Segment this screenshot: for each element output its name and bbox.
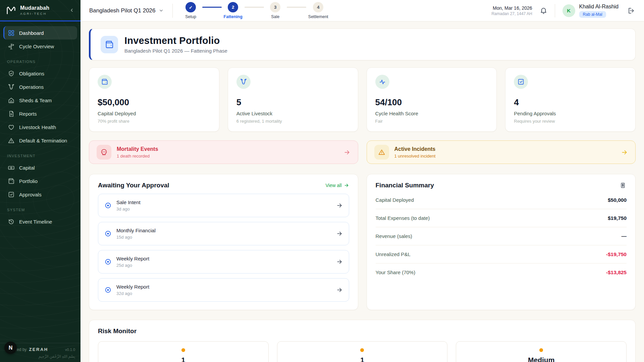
- user-name: Khalid Al-Rashid: [579, 4, 619, 10]
- sidebar-item-reports[interactable]: Reports: [3, 107, 77, 120]
- banner-subtitle: 1 death recorded: [117, 154, 158, 159]
- approval-item-weekly-report-2[interactable]: Weekly Report 32d ago: [98, 278, 349, 302]
- skull-icon: [97, 145, 111, 160]
- sidebar-item-label: Dashboard: [19, 30, 44, 36]
- main-area: Bangladesh Pilot Q1 2026 ✓ Setup 2 Fatte…: [80, 0, 644, 362]
- cycle-selector[interactable]: Bangladesh Pilot Q1 2026: [89, 7, 164, 14]
- sidebar: Mudarabah AGRI-TECH Dashboard Cycle Over…: [0, 0, 80, 362]
- risk-item-incidents: 1 Active Incidents: [277, 341, 448, 362]
- financial-rows: Capital Deployed $50,000 Total Expenses …: [376, 191, 627, 281]
- sidebar-item-label: Operations: [19, 84, 44, 90]
- assistant-bubble-button[interactable]: N: [4, 342, 17, 354]
- risk-monitor-card: Risk Monitor 1 Mortality 1 Active Incide…: [89, 320, 636, 362]
- dollar-banknote-icon: [619, 182, 627, 189]
- gregorian-date: Mon, Mar 16, 2026: [491, 5, 532, 11]
- portfolio-header-card: Investment Portfolio Bangladesh Pilot Q1…: [89, 28, 636, 60]
- step-label: Fattening: [224, 14, 243, 19]
- hijri-date: Ramadan 27, 1447 AH: [491, 11, 532, 16]
- arrow-right-icon: [336, 287, 343, 293]
- check-square-icon: [8, 191, 15, 198]
- user-info: Khalid Al-Rashid Rab al-Mal: [579, 4, 619, 18]
- warning-triangle-icon: [8, 137, 15, 144]
- sidebar-item-obligations[interactable]: Obligations: [3, 67, 77, 80]
- dashboard-content: Investment Portfolio Bangladesh Pilot Q1…: [80, 21, 644, 362]
- step-circle: 3: [270, 2, 280, 12]
- two-column-section: Awaiting Your Approval View all Sale Int…: [89, 174, 636, 310]
- sidebar-item-operations[interactable]: Operations: [3, 80, 77, 94]
- financial-row: Total Expenses (to date) $19,750: [376, 209, 627, 227]
- stat-sub: Fair: [375, 119, 488, 124]
- stat-label: Cycle Health Score: [375, 111, 488, 116]
- risk-grid: 1 Mortality 1 Active Incidents Medium Ov…: [98, 341, 627, 362]
- sidebar-item-label: Capital: [19, 165, 35, 171]
- row-value: $50,000: [608, 197, 627, 203]
- sidebar-item-cycle-overview[interactable]: Cycle Overview: [3, 40, 77, 53]
- approval-item-monthly-financial[interactable]: Monthly Financial 15d ago: [98, 222, 349, 245]
- status-dot: [539, 348, 543, 352]
- arrow-right-icon: [336, 202, 343, 209]
- arrow-right-icon: [344, 183, 349, 188]
- step-label: Sale: [271, 14, 279, 19]
- view-all-link[interactable]: View all: [326, 183, 349, 188]
- step-settlement[interactable]: 4 Settlement: [308, 2, 328, 19]
- stat-value: 54/100: [375, 97, 488, 108]
- stat-card-capital: $50,000 Capital Deployed 70% profit shar…: [89, 67, 219, 132]
- sidebar-item-capital[interactable]: Capital: [3, 161, 77, 174]
- alert-banners-row: Mortality Events 1 death recorded Active…: [89, 140, 636, 164]
- stat-sub: Requires your review: [514, 119, 627, 124]
- banner-title: Mortality Events: [117, 146, 158, 152]
- financial-row: Capital Deployed $50,000: [376, 191, 627, 209]
- approval-title: Monthly Financial: [116, 228, 156, 233]
- risk-value: 1: [283, 356, 442, 362]
- sidebar-section-operations: OPERATIONS: [7, 60, 77, 64]
- signpost-icon: [8, 43, 15, 50]
- sidebar-item-label: Reports: [19, 111, 37, 117]
- stat-sub: 70% profit share: [98, 119, 211, 124]
- risk-item-overall: Medium Overall Risk: [456, 341, 627, 362]
- wallet-icon: [8, 178, 15, 185]
- step-connector: [287, 7, 306, 8]
- sidebar-item-portfolio[interactable]: Portfolio: [3, 174, 77, 188]
- mudarabah-logo-icon: [5, 5, 17, 16]
- shield-check-icon: [8, 70, 15, 77]
- wallet-icon: [98, 75, 112, 89]
- row-value: —: [622, 233, 627, 239]
- step-sale[interactable]: 3 Sale: [266, 2, 285, 19]
- app-subtitle: AGRI-TECH: [20, 12, 49, 15]
- step-fattening[interactable]: 2 Fattening: [224, 2, 243, 19]
- sidebar-item-approvals[interactable]: Approvals: [3, 188, 77, 201]
- financial-summary-card: Financial Summary Capital Deployed $50,0…: [367, 174, 636, 310]
- bismillah-text: بِسْمِ اللهِ الرَّحْمَنِ الرَّحِيمِ: [5, 354, 75, 359]
- sidebar-item-livestock-health[interactable]: Livestock Health: [3, 120, 77, 134]
- step-circle: 2: [228, 2, 238, 12]
- approval-title: Weekly Report: [116, 284, 149, 290]
- sidebar-item-sheds-team[interactable]: Sheds & Team: [3, 94, 77, 107]
- logout-icon[interactable]: [627, 7, 635, 14]
- sidebar-nav: Dashboard Cycle Overview OPERATIONS Obli…: [0, 21, 80, 228]
- sidebar-collapse-button[interactable]: [68, 6, 76, 14]
- notification-bell-icon[interactable]: [540, 7, 547, 14]
- cycle-name: Bangladesh Pilot Q1 2026: [89, 7, 156, 14]
- sidebar-section-investment: INVESTMENT: [7, 154, 77, 158]
- step-setup[interactable]: ✓ Setup: [181, 2, 200, 19]
- sidebar-item-dashboard[interactable]: Dashboard: [3, 26, 77, 40]
- date-block: Mon, Mar 16, 2026 Ramadan 27, 1447 AH: [491, 5, 532, 16]
- sidebar-item-default-termination[interactable]: Default & Termination: [3, 134, 77, 147]
- approval-item-sale-intent[interactable]: Sale Intent 3d ago: [98, 194, 349, 217]
- banner-title: Active Incidents: [394, 146, 436, 152]
- sidebar-item-label: Approvals: [19, 192, 42, 197]
- sidebar-item-event-timeline[interactable]: Event Timeline: [3, 215, 77, 228]
- mortality-events-banner[interactable]: Mortality Events 1 death recorded: [89, 140, 358, 164]
- approval-item-weekly-report-1[interactable]: Weekly Report 25d ago: [98, 250, 349, 274]
- approval-title: Weekly Report: [116, 256, 149, 261]
- active-incidents-banner[interactable]: Active Incidents 1 unresolved incident: [367, 140, 636, 164]
- target-eye-icon: [104, 230, 112, 237]
- stat-cards-row: $50,000 Capital Deployed 70% profit shar…: [89, 67, 636, 132]
- risk-value: Medium: [462, 356, 621, 362]
- user-avatar[interactable]: K: [562, 4, 575, 17]
- sidebar-item-label: Sheds & Team: [19, 98, 52, 103]
- version-label: v0.1.0: [65, 348, 75, 352]
- sidebar-item-label: Livestock Health: [19, 124, 56, 130]
- sidebar-logo: Mudarabah AGRI-TECH: [0, 0, 80, 21]
- sidebar-item-label: Event Timeline: [19, 219, 52, 225]
